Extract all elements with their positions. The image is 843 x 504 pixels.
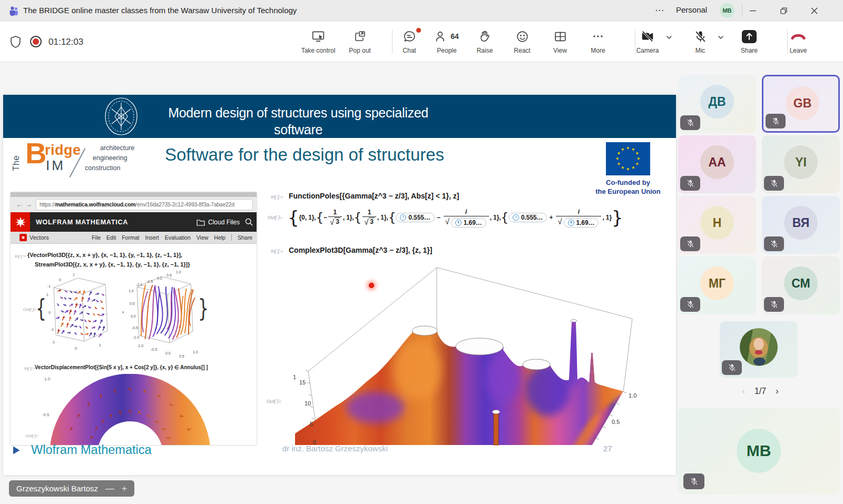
out-comma: , xyxy=(122,304,124,314)
browser-forward-button[interactable]: → xyxy=(25,201,32,209)
share-button[interactable]: Share xyxy=(731,29,768,54)
browser-back-button[interactable]: ← xyxy=(16,201,23,209)
participant-tile-8[interactable]: СМ xyxy=(762,256,840,314)
muted-mic-badge xyxy=(722,360,742,375)
vectorplot3d-output: 10-110-1-101 xyxy=(43,272,117,359)
url-input[interactable]: https://mathematica.wolframcloud.com/env… xyxy=(36,199,253,210)
participant-tile-5[interactable]: H xyxy=(678,196,756,254)
teams-icon xyxy=(8,5,19,16)
muted-mic-badge xyxy=(680,176,700,191)
menu-help[interactable]: Help xyxy=(214,234,226,241)
menu-file[interactable]: File xyxy=(92,234,101,241)
muted-mic-badge xyxy=(680,115,700,130)
notebook-menus: FileEditFormatInsertEvaluationViewHelpSh… xyxy=(92,234,252,241)
logo-b: B xyxy=(25,136,46,170)
menu-share[interactable]: Share xyxy=(238,234,252,241)
code-functionpoles: FunctionPoles[{Gamma[z^3 − z/3], Abs[z] … xyxy=(289,192,459,200)
svg-text:1: 1 xyxy=(73,273,75,276)
people-button[interactable]: 64 People xyxy=(425,29,469,54)
pop-out-button[interactable]: Pop out xyxy=(341,29,378,54)
browser-top-strip xyxy=(11,192,257,197)
participant-avatar: СМ xyxy=(784,266,818,300)
svg-text:1: 1 xyxy=(99,343,101,347)
logo-the: The xyxy=(11,155,22,171)
participant-tile-6[interactable]: ВЯ xyxy=(762,196,840,254)
camera-options-chevron[interactable] xyxy=(665,33,673,42)
svg-text:1.0: 1.0 xyxy=(193,350,198,354)
page-prev-chevron[interactable]: ‹ xyxy=(742,387,745,396)
right-out-label-1: Out[·]= xyxy=(268,215,282,220)
titlebar-more-button[interactable]: ⋯ xyxy=(655,5,664,16)
participants-sidebar: ДВGBAAYIHВЯМГСМMB xyxy=(678,75,840,496)
streamplot3d-output: 1.00.50.0-0.5-1.01.00.50.0-0.5-1.0-1.0-0… xyxy=(128,270,201,360)
presenter-cursor-dot xyxy=(369,283,374,288)
eu-flag xyxy=(606,142,650,175)
meeting-toolbar: 01:12:03 Take control Pop out Chat 64 Pe… xyxy=(0,22,843,62)
precision-box[interactable]: 0.555… xyxy=(508,213,547,222)
participant-tile-7[interactable]: МГ xyxy=(678,256,756,314)
svg-text:-1: -1 xyxy=(47,284,51,288)
svg-text:1.0: 1.0 xyxy=(129,289,134,293)
slide-banner: Modern design of structures using specia… xyxy=(3,95,676,138)
minimize-button[interactable] xyxy=(741,0,764,21)
participant-tile-2[interactable]: GB xyxy=(762,75,840,133)
search-icon[interactable] xyxy=(245,218,253,226)
menu-divider xyxy=(231,234,232,241)
page-next-chevron[interactable]: › xyxy=(776,387,778,396)
participant-tile-1[interactable]: ДВ xyxy=(678,75,756,133)
folder-icon xyxy=(197,219,205,226)
right-in-label-2: In[·]:= xyxy=(271,249,283,254)
mic-button[interactable]: Mic xyxy=(682,29,719,54)
precision-box[interactable]: 1.69… xyxy=(564,218,599,228)
logo-tag-architecture: architecture xyxy=(100,144,134,152)
participant-tile-4[interactable]: YI xyxy=(762,135,840,193)
menu-format[interactable]: Format xyxy=(122,234,139,241)
participant-avatar: GB xyxy=(786,86,819,120)
precision-box[interactable]: 0.555… xyxy=(396,213,434,222)
chat-button[interactable]: Chat xyxy=(391,29,428,54)
meeting-timer: 01:12:03 xyxy=(48,37,83,47)
notebook-content: In[·]:= {VectorPlot3D[{z, x, x + y}, {x,… xyxy=(11,244,257,445)
code-vectorplot3d: {VectorPlot3D[{z, x, x + y}, {x, −1, 1},… xyxy=(27,252,182,258)
menu-insert[interactable]: Insert xyxy=(145,234,159,241)
svg-text:1: 1 xyxy=(293,374,296,380)
precision-box[interactable]: 1.69… xyxy=(451,218,486,228)
sharer-name-pill: Grzeszykowski Bartosz — + xyxy=(9,480,134,497)
take-control-button[interactable]: Take control xyxy=(295,29,342,54)
shield-icon[interactable] xyxy=(10,36,21,48)
play-icon[interactable] xyxy=(12,446,21,455)
menu-view[interactable]: View xyxy=(197,234,209,241)
participant-video-tile[interactable] xyxy=(720,321,798,378)
menu-edit[interactable]: Edit xyxy=(106,234,116,241)
participant-avatar: ДВ xyxy=(700,85,734,118)
code-vectordisplacement: VectorDisplacementPlot[{Sin[5 x y], x + … xyxy=(35,364,208,370)
self-tile[interactable]: MB xyxy=(678,408,840,495)
notebook-name[interactable]: Vectors xyxy=(30,234,49,241)
banner-title-line2: software xyxy=(151,122,446,137)
logo-ridge: ridge xyxy=(45,142,81,159)
participant-avatar: AA xyxy=(700,145,734,179)
participant-tile-3[interactable]: AA xyxy=(678,135,756,193)
svg-text:0: 0 xyxy=(75,347,77,350)
close-button[interactable] xyxy=(802,0,826,21)
view-button[interactable]: View xyxy=(542,29,579,54)
svg-text:0.5: 0.5 xyxy=(43,412,50,417)
more-button[interactable]: More xyxy=(580,29,616,54)
profile-label[interactable]: Personal xyxy=(676,5,707,14)
svg-text:15: 15 xyxy=(299,379,306,386)
menu-evaluation[interactable]: Evaluation xyxy=(165,234,191,241)
leave-button[interactable]: Leave xyxy=(780,29,817,54)
maximize-button[interactable] xyxy=(772,0,795,21)
react-button[interactable]: React xyxy=(504,29,541,54)
zoom-out-button[interactable]: — xyxy=(105,483,114,494)
raise-hand-button[interactable]: Raise xyxy=(466,29,503,54)
svg-text:0.5: 0.5 xyxy=(612,419,620,425)
zoom-in-button[interactable]: + xyxy=(122,483,127,494)
slide-title: Software for the design of structures xyxy=(165,145,444,165)
chat-badge xyxy=(416,28,421,33)
cloud-files-button[interactable]: Cloud Files xyxy=(197,219,240,226)
svg-text:-1: -1 xyxy=(52,340,55,344)
camera-button[interactable]: Camera xyxy=(629,29,666,54)
mic-options-chevron[interactable] xyxy=(717,33,725,42)
account-avatar[interactable]: MB xyxy=(720,3,734,18)
